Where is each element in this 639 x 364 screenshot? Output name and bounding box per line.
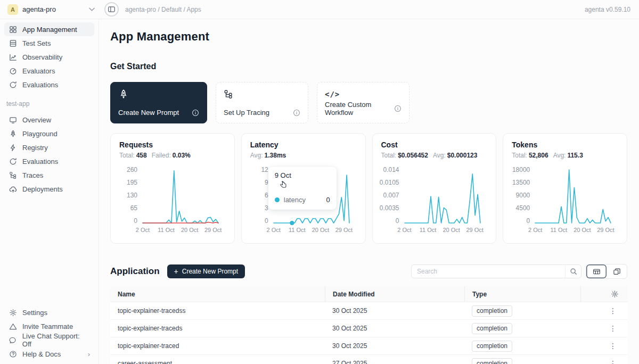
info-icon[interactable] bbox=[394, 105, 402, 112]
type-badge: completion bbox=[472, 323, 512, 334]
refresh-icon bbox=[9, 81, 17, 89]
requests-chart-card: Requests Total:458Failed:0.03% 260195130… bbox=[110, 133, 235, 244]
column-header-type: Type bbox=[464, 286, 580, 302]
line-chart: 260195130650 2 Oct11 Oct20 Oct29 Oct bbox=[119, 166, 226, 225]
application-title: Application bbox=[110, 266, 160, 277]
app-version: agenta v0.59.10 bbox=[585, 6, 630, 13]
type-badge: completion bbox=[472, 341, 512, 352]
sidebar-item-registry[interactable]: Registry bbox=[4, 140, 94, 154]
table-view-button[interactable] bbox=[586, 264, 607, 278]
table-row[interactable]: topic-explainer-traced 30 Oct 2025 compl… bbox=[110, 337, 627, 355]
table-header: Name Date Modified Type bbox=[110, 286, 627, 302]
applications-table: Name Date Modified Type topic-explainer-… bbox=[110, 286, 627, 364]
sidebar-item-label: Registry bbox=[22, 144, 48, 152]
sidebar-item-deployments[interactable]: Deployments bbox=[4, 182, 94, 196]
chart-stats: Total:$0.056452Avg:$0.000123 bbox=[381, 152, 488, 159]
info-icon[interactable] bbox=[192, 109, 199, 117]
table-view-icon bbox=[593, 268, 601, 276]
chevron-down-icon bbox=[89, 7, 95, 11]
chart-stats: Total:52,806Avg:115.3 bbox=[512, 152, 618, 159]
date-modified: 30 Oct 2025 bbox=[325, 325, 464, 332]
chart-title: Requests bbox=[119, 140, 226, 149]
table-row[interactable]: topic-explainer-traceds 30 Oct 2025 comp… bbox=[110, 320, 627, 337]
sidebar-item-evaluations-app[interactable]: Evaluations bbox=[4, 154, 94, 168]
card-label: Create Custom Workflow bbox=[325, 101, 394, 117]
sidebar-item-observability[interactable]: Observability bbox=[4, 50, 94, 64]
create-custom-workflow-card[interactable]: </> Create Custom Workflow bbox=[317, 82, 409, 123]
set-up-tracing-card[interactable]: Set Up Tracing bbox=[216, 82, 308, 123]
sidebar-item-settings[interactable]: Settings bbox=[4, 305, 94, 319]
sidebar-collapse-button[interactable] bbox=[104, 2, 119, 16]
sidebar-item-playground[interactable]: Playground bbox=[4, 127, 94, 140]
series-dot-icon bbox=[275, 197, 280, 202]
search-icon[interactable] bbox=[565, 265, 581, 278]
app-name: career-assessment bbox=[110, 360, 325, 364]
sidebar-item-overview[interactable]: Overview bbox=[4, 113, 94, 127]
info-icon[interactable] bbox=[293, 109, 300, 117]
table-row[interactable]: career-assessment 27 Oct 2025 completion… bbox=[110, 355, 627, 364]
sidebar-item-label: Observability bbox=[22, 53, 62, 61]
triangle-icon bbox=[9, 322, 17, 330]
card-label: Set Up Tracing bbox=[224, 109, 269, 117]
workspace-avatar: A bbox=[7, 4, 18, 15]
chat-bubble-icon bbox=[9, 336, 17, 344]
sidebar-item-label: Playground bbox=[22, 130, 58, 138]
plus-icon: + bbox=[174, 268, 178, 275]
gear-icon[interactable] bbox=[611, 290, 619, 298]
kebab-menu-icon[interactable]: ⋮ bbox=[580, 342, 627, 350]
create-new-prompt-button[interactable]: + Create New Prompt bbox=[167, 264, 245, 278]
chart-stats: Avg:1.38ms bbox=[250, 152, 357, 159]
column-header-date-modified: Date Modified bbox=[325, 286, 464, 302]
card-view-button[interactable] bbox=[607, 264, 627, 278]
column-header-name: Name bbox=[110, 286, 325, 302]
sidebar-item-label: App Management bbox=[22, 26, 77, 34]
chart-title: Cost bbox=[381, 140, 488, 149]
kebab-menu-icon[interactable]: ⋮ bbox=[580, 359, 627, 364]
rocket-icon bbox=[9, 130, 17, 138]
tree-icon bbox=[9, 171, 17, 179]
sidebar-item-evaluations[interactable]: Evaluations bbox=[4, 78, 94, 92]
table-row[interactable]: topic-explainer-tracedss 30 Oct 2025 com… bbox=[110, 302, 627, 320]
tooltip-value: 0 bbox=[326, 196, 330, 204]
gear-icon bbox=[9, 309, 17, 317]
sidebar-item-app-management[interactable]: App Management bbox=[4, 22, 94, 36]
latency-chart-card: Latency Avg:1.38ms 129630 2 Oct11 Oct20 … bbox=[241, 133, 366, 244]
sidebar-item-label: Overview bbox=[22, 116, 51, 124]
table-icon bbox=[9, 39, 17, 47]
card-label: Create New Prompt bbox=[118, 109, 179, 117]
line-chart: 1800013500900045000 2 Oct11 Oct20 Oct29 … bbox=[512, 166, 618, 225]
workspace-selector[interactable]: A agenta-pro bbox=[0, 4, 99, 15]
sidebar-item-traces[interactable]: Traces bbox=[4, 168, 94, 182]
sidebar-item-test-sets[interactable]: Test Sets bbox=[4, 36, 94, 50]
topbar: A agenta-pro agenta-pro / Default / Apps… bbox=[0, 0, 639, 19]
get-started-cards: Create New Prompt Set Up Tracing </> Cre… bbox=[110, 82, 627, 123]
chart-tooltip: 9 Oct latency 0 bbox=[268, 167, 337, 210]
sidebar-item-label: Live Chat Support: Off bbox=[22, 332, 90, 348]
sidebar-item-live-chat-support[interactable]: Live Chat Support: Off bbox=[4, 333, 94, 347]
sidebar-item-label: Deployments bbox=[22, 185, 63, 193]
breadcrumb[interactable]: agenta-pro / Default / Apps bbox=[125, 6, 201, 13]
cost-chart-card: Cost Total:$0.056452Avg:$0.000123 0.0140… bbox=[372, 133, 497, 244]
sidebar-item-label: Settings bbox=[22, 309, 47, 317]
sidebar-item-invite-teammate[interactable]: Invite Teammate bbox=[4, 319, 94, 333]
date-modified: 30 Oct 2025 bbox=[325, 307, 464, 315]
create-new-prompt-card[interactable]: Create New Prompt bbox=[110, 82, 207, 123]
code-icon: </> bbox=[325, 90, 340, 98]
sidebar-item-help-docs[interactable]: Help & Docs › bbox=[4, 347, 94, 361]
question-circle-icon bbox=[9, 350, 17, 358]
sidebar-item-label: Invite Teammate bbox=[22, 322, 73, 330]
tooltip-series-name: latency bbox=[284, 196, 306, 204]
tooltip-series-row: latency 0 bbox=[275, 196, 330, 204]
grid-icon bbox=[9, 26, 17, 34]
sidebar-item-label: Help & Docs bbox=[22, 350, 61, 358]
sidebar-item-evaluators[interactable]: Evaluators bbox=[4, 64, 94, 78]
sidebar-item-label: Test Sets bbox=[22, 39, 51, 47]
column-header-actions bbox=[580, 286, 627, 302]
type-badge: completion bbox=[472, 305, 512, 317]
sidebar: App Management Test Sets Observability E… bbox=[0, 19, 99, 364]
tree-icon bbox=[224, 89, 300, 100]
kebab-menu-icon[interactable]: ⋮ bbox=[580, 324, 627, 333]
kebab-menu-icon[interactable]: ⋮ bbox=[580, 307, 627, 315]
search-input[interactable] bbox=[412, 268, 565, 275]
get-started-title: Get Started bbox=[110, 62, 627, 71]
